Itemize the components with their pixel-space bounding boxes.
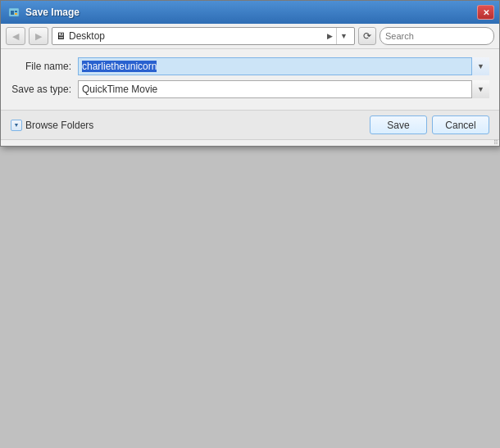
browse-folders-button[interactable]: ▼ Browse Folders <box>11 120 93 131</box>
location-bar[interactable]: 🖥 Desktop ▶ ▼ <box>52 27 355 45</box>
file-name-input[interactable] <box>78 57 489 75</box>
resize-grip[interactable]: ⠿ <box>1 139 499 146</box>
location-dropdown-button[interactable]: ▼ <box>336 28 351 44</box>
cancel-button[interactable]: Cancel <box>432 115 489 134</box>
save-type-select[interactable]: QuickTime Movie JPEG PNG TIFF BMP <box>78 80 489 98</box>
svg-rect-1 <box>11 11 14 15</box>
save-type-label: Save as type: <box>11 84 78 95</box>
svg-rect-3 <box>15 13 17 15</box>
window-title: Save Image <box>25 7 80 18</box>
search-box: 🔍 <box>380 27 494 45</box>
resize-icon: ⠿ <box>493 139 498 147</box>
location-arrow-icon: ▶ <box>327 32 333 40</box>
form-area: File name: ▼ Save as type: QuickTime Mov… <box>1 49 499 110</box>
window-icon <box>7 6 20 19</box>
save-type-container: QuickTime Movie JPEG PNG TIFF BMP ▼ <box>78 80 489 98</box>
location-text: Desktop <box>69 30 324 42</box>
search-input[interactable] <box>385 31 498 41</box>
bottom-bar: ▼ Browse Folders Save Cancel <box>1 110 499 139</box>
desktop-icon: 🖥 <box>56 30 66 42</box>
browse-triangle-icon: ▼ <box>11 120 22 131</box>
svg-rect-2 <box>15 11 17 12</box>
refresh-icon: ⟳ <box>363 30 371 42</box>
file-name-container: ▼ <box>78 57 489 75</box>
file-name-row: File name: ▼ <box>11 57 489 75</box>
save-dialog: Save Image ✕ ◀ ▶ 🖥 Desktop ▶ ▼ ⟳ 🔍 <box>0 0 500 147</box>
title-bar: Save Image ✕ <box>1 1 499 24</box>
save-type-row: Save as type: QuickTime Movie JPEG PNG T… <box>11 80 489 98</box>
save-button[interactable]: Save <box>370 115 427 134</box>
browse-folders-label: Browse Folders <box>25 120 93 131</box>
refresh-button[interactable]: ⟳ <box>358 27 376 45</box>
toolbar: ◀ ▶ 🖥 Desktop ▶ ▼ ⟳ 🔍 <box>1 24 499 49</box>
back-button[interactable]: ◀ <box>6 27 25 45</box>
file-name-label: File name: <box>11 61 78 72</box>
forward-button[interactable]: ▶ <box>29 27 48 45</box>
file-name-dropdown-button[interactable]: ▼ <box>471 57 489 75</box>
close-button[interactable]: ✕ <box>477 5 494 20</box>
